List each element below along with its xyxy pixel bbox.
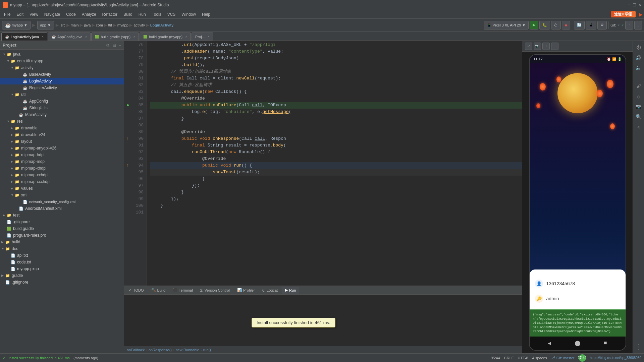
sync-button[interactable]: 🔄	[574, 21, 585, 29]
bc-run[interactable]: run()	[203, 348, 211, 352]
bottom-tab-vcs[interactable]: 2: Version Control	[197, 287, 233, 294]
back-icon[interactable]: ◁	[635, 123, 643, 131]
username-field[interactable]: 👤 13612345678	[535, 276, 620, 291]
tree-item-drawable-v24[interactable]: ▶📁drawable-v24	[0, 131, 124, 138]
tree-item-code-txt[interactable]: 📄code.txt	[0, 259, 124, 265]
bottom-tab-todo[interactable]: ✓ TODO	[125, 287, 147, 294]
volume-up-icon[interactable]: 🔊	[635, 54, 643, 62]
window-controls[interactable]: − □ ×	[628, 2, 641, 8]
tree-item-doc[interactable]: ▼📁doc	[0, 245, 124, 252]
tab-build-gradle-myapp[interactable]: 🟩 build.gradle (myapp) ×	[140, 33, 191, 41]
bottom-tab-build[interactable]: 🔨 Build	[148, 287, 169, 294]
project-minimize-icon[interactable]: −	[119, 43, 121, 48]
tab-close-icon[interactable]: ×	[208, 35, 210, 39]
zoom-icon[interactable]: 🔍	[635, 113, 643, 121]
project-dropdown[interactable]: ☕ myapp ▼	[2, 21, 31, 29]
phone-back-button[interactable]: ◀	[548, 340, 551, 347]
tree-item-res[interactable]: ▼📁res	[0, 118, 124, 125]
tree-item-proguard[interactable]: 📄proguard-rules.pro	[0, 232, 124, 239]
tree-item-values[interactable]: ▶📁values	[0, 185, 124, 192]
device-dropdown[interactable]: 📱 Pixel 3 XL API 29 ▼	[484, 21, 529, 29]
password-field[interactable]: 🔑 admin	[535, 291, 620, 306]
menu-run[interactable]: Run	[136, 11, 149, 17]
tree-item-mipmap-anydpi[interactable]: ▶📁mipmap-anydpi-v26	[0, 145, 124, 152]
encoding-indicator[interactable]: UTF-8	[518, 356, 528, 360]
tree-item-mipmap-mdpi[interactable]: ▶📁mipmap-mdpi	[0, 158, 124, 165]
indent-indicator[interactable]: 4 spaces	[532, 356, 547, 360]
phone-recents-button[interactable]: ■	[604, 340, 607, 346]
debug-button[interactable]: 🐛	[539, 21, 550, 29]
bottom-tab-terminal[interactable]: ⬛ Terminal	[169, 287, 196, 294]
bc-onfailback[interactable]: onFailback	[127, 348, 145, 352]
menu-vcs[interactable]: VCS	[165, 11, 178, 17]
tree-item-androidmanifest[interactable]: 📄AndroidManifest.xml	[0, 205, 124, 212]
bottom-tab-run[interactable]: ▶ Run	[282, 287, 299, 294]
bc-onresponse[interactable]: onResponse()	[149, 348, 172, 352]
tree-item[interactable]: ▼📁activity	[0, 64, 124, 71]
diamond-icon[interactable]: ◇	[635, 93, 643, 101]
tree-item-baseactivity[interactable]: ☕BaseActivity	[0, 71, 124, 78]
profile-button[interactable]: ⏱	[551, 21, 561, 29]
bottom-tab-logcat[interactable]: 6: Logcat	[259, 287, 281, 294]
tree-item-mipmap-xxhdpi[interactable]: ▶📁mipmap-xxhdpi	[0, 172, 124, 178]
tree-item-mipmap-hdpi[interactable]: ▶📁mipmap-hdpi	[0, 152, 124, 158]
menu-view[interactable]: View	[27, 11, 41, 17]
tab-appconfig[interactable]: ☕ AppConfig.java ×	[48, 33, 91, 41]
tab-close-icon[interactable]: ×	[133, 35, 135, 39]
menu-build[interactable]: Build	[121, 11, 135, 17]
close-button[interactable]: ×	[639, 2, 641, 8]
tree-item-appconfig[interactable]: ☕AppConfig	[0, 98, 124, 105]
version-badge[interactable]: 17:44	[579, 354, 586, 362]
menu-file[interactable]: File	[1, 11, 13, 17]
code-editor[interactable]: .url(AppConfig.BASE_URL + "/app/logi .ad…	[147, 41, 522, 286]
project-settings-icon[interactable]: ⚙	[106, 43, 110, 48]
power-icon[interactable]: ⏻	[635, 44, 643, 52]
tree-item-network-security[interactable]: 📄network_security_config.xml	[0, 198, 124, 205]
tree-item-mipmap-xhdpi[interactable]: ▶📁mipmap-xhdpi	[0, 165, 124, 172]
stop-button[interactable]: ■	[562, 21, 570, 29]
tree-item-api-txt[interactable]: 📄api.txt	[0, 252, 124, 259]
tab-close-icon[interactable]: ×	[185, 35, 187, 39]
tree-item-gradle[interactable]: ▶📁gradle	[0, 272, 124, 279]
menu-navigate[interactable]: Navigate	[42, 11, 63, 17]
tree-item[interactable]: ▼📁com.ttit.myapp	[0, 58, 124, 64]
tab-build-gradle-app[interactable]: 🟩 build.gradle (:app) ×	[91, 33, 139, 41]
tree-item-gitignore[interactable]: 📄.gitignore	[0, 219, 124, 225]
menu-analyze[interactable]: Analyze	[79, 11, 99, 17]
camera-icon[interactable]: 📷	[635, 103, 643, 111]
module-dropdown[interactable]: app ▼	[37, 21, 54, 29]
tab-close-icon[interactable]: ×	[42, 35, 44, 39]
tab-loginactivity[interactable]: ☕ LoginActivity.java ×	[1, 33, 47, 41]
phone-rotate-button[interactable]: ↩	[525, 43, 532, 50]
git-push-button[interactable]: ↓	[634, 21, 642, 29]
tree-item-stringutils[interactable]: ☕StringUtils	[0, 105, 124, 111]
project-layout-icon[interactable]: ▤	[112, 43, 116, 48]
sdk-button[interactable]: ⚙	[597, 21, 607, 29]
phone-home-button[interactable]: ⬤	[575, 340, 581, 347]
tree-item-drawable[interactable]: ▶📁drawable	[0, 125, 124, 131]
tree-item-layout[interactable]: ▶📁layout	[0, 138, 124, 145]
brush-icon[interactable]: 🖌	[635, 82, 643, 90]
tree-item-root-gitignore[interactable]: 📄.gitignore	[0, 279, 124, 286]
more-options-icon[interactable]: ···	[636, 343, 642, 351]
phone-zoom-in-button[interactable]: +	[542, 43, 550, 50]
phone-screenshot-button[interactable]: 📷	[534, 43, 541, 50]
tree-item-mainactivity[interactable]: ☕MainActivity	[0, 111, 124, 118]
maximize-button[interactable]: □	[633, 2, 636, 8]
csdn-link[interactable]: https://blog.csdn.net/qq_33608080	[590, 356, 641, 360]
tree-item-test[interactable]: ▶📁test	[0, 212, 124, 219]
tree-item-build[interactable]: ▶📁build	[0, 239, 124, 245]
volume-down-icon[interactable]: 🔈	[635, 64, 643, 72]
avd-button[interactable]: 📱	[586, 21, 596, 29]
tree-item-util[interactable]: ▼📁util	[0, 91, 124, 98]
tree-item-myapp-pxcp[interactable]: 📄myapp.pxcp	[0, 265, 124, 272]
line-separator[interactable]: CRLF	[504, 356, 514, 360]
tree-item-xml[interactable]: ▼📁xml	[0, 192, 124, 198]
menu-window[interactable]: Window	[179, 11, 199, 17]
tree-item-build-gradle[interactable]: 🟩build.gradle	[0, 225, 124, 232]
tree-item-mipmap-xxxhdpi[interactable]: ▶📁mipmap-xxxhdpi	[0, 178, 124, 185]
phone-zoom-out-button[interactable]: −	[551, 43, 558, 50]
minimize-button[interactable]: −	[628, 2, 630, 8]
bc-runnable[interactable]: new Runnable	[176, 348, 199, 352]
menu-refactor[interactable]: Refactor	[100, 11, 120, 17]
